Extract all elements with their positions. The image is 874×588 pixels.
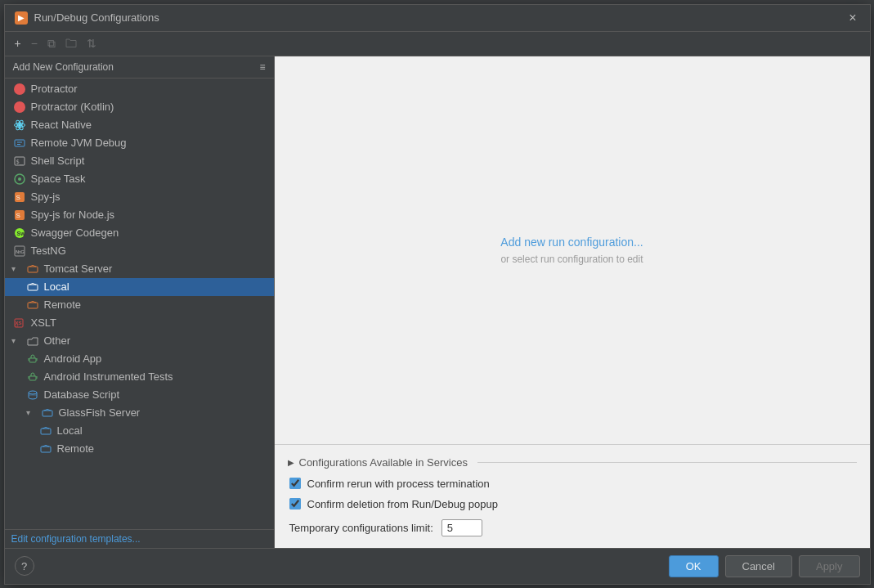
toolbar: + − ⧉ ⇅	[5, 32, 870, 56]
expand-icon: ▾	[11, 336, 21, 345]
item-label: Local	[57, 424, 83, 437]
list-item[interactable]: Space Task	[5, 170, 274, 188]
item-label: Shell Script	[31, 155, 85, 167]
rerun-checkbox[interactable]	[289, 478, 301, 489]
sidebar-header: Add New Configuration ≡	[5, 56, 274, 79]
tomcat-icon	[26, 263, 39, 276]
ok-button[interactable]: OK	[669, 555, 719, 577]
space-task-icon	[13, 173, 26, 186]
list-item[interactable]: S Spy-js	[5, 188, 274, 206]
item-label: Swagger Codegen	[31, 227, 119, 239]
list-item[interactable]: Remote JVM Debug	[5, 134, 274, 152]
other-icon	[26, 334, 39, 348]
react-native-icon	[13, 119, 26, 132]
list-item[interactable]: React Native	[5, 116, 274, 134]
svg-text:LT: LT	[15, 324, 19, 328]
svg-rect-31	[43, 411, 52, 416]
sidebar: Add New Configuration ≡ Protractor Protr…	[5, 56, 275, 548]
item-label: Database Script	[44, 388, 120, 401]
list-item[interactable]: Sw Swagger Codegen	[5, 224, 274, 242]
svg-text:$_: $_	[16, 159, 23, 165]
item-label: Protractor	[31, 83, 78, 95]
protractor-kotlin-icon	[13, 101, 26, 114]
item-label: Tomcat Server	[44, 263, 113, 275]
shell-script-icon: $_	[13, 155, 26, 168]
tomcat-remote-icon	[26, 298, 39, 312]
list-item[interactable]: S Spy-js for Node.js	[5, 206, 274, 224]
glassfish-server-item[interactable]: ▾ GlassFish Server	[5, 404, 274, 422]
list-item[interactable]: NtG TestNG	[5, 242, 274, 260]
configurations-label: Configurations Available in Services	[299, 456, 468, 469]
item-label: Remote JVM Debug	[31, 137, 127, 149]
android-instrumented-item[interactable]: Android Instrumented Tests	[5, 368, 274, 386]
svg-rect-19	[28, 267, 38, 272]
deletion-checkbox[interactable]	[289, 498, 301, 509]
glassfish-local-item[interactable]: Local	[5, 422, 274, 440]
list-item[interactable]: Protractor	[5, 80, 274, 98]
item-label: XSLT	[31, 316, 57, 329]
xslt-icon: XSLT	[13, 316, 26, 330]
svg-rect-20	[28, 285, 38, 290]
tomcat-remote-item[interactable]: Remote	[5, 296, 274, 314]
swagger-icon: Sw	[13, 227, 26, 240]
help-button[interactable]: ?	[15, 556, 34, 576]
center-message: Add new run configuration... or select r…	[275, 56, 870, 444]
limit-row: Temporary configurations limit:	[288, 514, 857, 538]
rerun-label: Confirm rerun with process termination	[307, 478, 490, 490]
right-panel-content: Add new run configuration... or select r…	[275, 56, 870, 548]
copy-config-button[interactable]: ⧉	[44, 35, 59, 52]
item-label: Local	[44, 281, 69, 293]
item-label: Other	[44, 334, 71, 347]
tomcat-server-item[interactable]: ▾ Tomcat Server	[5, 260, 274, 278]
android-app-icon	[26, 352, 39, 366]
item-label: Spy-js	[31, 191, 61, 203]
xslt-item[interactable]: XSLT XSLT	[5, 314, 274, 332]
config-tree: Protractor Protractor (Kotlin) React Nat…	[5, 79, 274, 529]
item-label: React Native	[31, 119, 92, 131]
footer-buttons: OK Cancel Apply	[669, 555, 860, 577]
list-item[interactable]: $_ Shell Script	[5, 152, 274, 170]
svg-text:NtG: NtG	[16, 249, 25, 254]
glassfish-remote-item[interactable]: Remote	[5, 440, 274, 458]
other-item[interactable]: ▾ Other	[5, 332, 274, 350]
svg-text:S: S	[16, 194, 20, 201]
remote-jvm-icon	[13, 137, 26, 150]
item-label: Remote	[57, 442, 95, 455]
tomcat-local-item[interactable]: Local	[5, 278, 274, 296]
apply-button[interactable]: Apply	[799, 555, 860, 577]
android-instrumented-icon	[26, 370, 39, 384]
expand-icon: ▾	[26, 408, 36, 417]
glassfish-icon	[41, 406, 54, 420]
item-label: Android Instrumented Tests	[44, 370, 173, 383]
folder-button[interactable]	[62, 35, 80, 52]
configurations-section-header[interactable]: ▶ Configurations Available in Services	[288, 451, 857, 474]
database-script-item[interactable]: Database Script	[5, 386, 274, 404]
collapse-arrow-icon: ▶	[288, 458, 294, 467]
limit-input[interactable]	[441, 519, 482, 536]
run-debug-dialog: ▶ Run/Debug Configurations × + − ⧉ ⇅ Add…	[4, 4, 871, 585]
edit-templates-link[interactable]: Edit configuration templates...	[5, 529, 274, 548]
title-bar-left: ▶ Run/Debug Configurations	[15, 11, 159, 25]
glassfish-remote-icon	[39, 442, 52, 456]
sidebar-sort-button[interactable]: ≡	[259, 61, 265, 73]
close-button[interactable]: ×	[845, 11, 859, 25]
item-label: TestNG	[31, 245, 66, 257]
rerun-checkbox-row: Confirm rerun with process termination	[288, 474, 857, 494]
svg-text:S: S	[16, 212, 20, 219]
tomcat-local-icon	[26, 281, 39, 294]
or-text: or select run configuration to edit	[500, 254, 643, 265]
add-config-link[interactable]: Add new run configuration...	[500, 236, 643, 249]
bottom-panel: ▶ Configurations Available in Services C…	[275, 444, 870, 548]
list-item[interactable]: Protractor (Kotlin)	[5, 98, 274, 116]
deletion-checkbox-row: Confirm deletion from Run/Debug popup	[288, 494, 857, 514]
spy-js-node-icon: S	[13, 209, 26, 222]
item-label: Protractor (Kotlin)	[31, 101, 114, 113]
deletion-label: Confirm deletion from Run/Debug popup	[307, 498, 498, 510]
cancel-button[interactable]: Cancel	[725, 555, 792, 577]
right-panel: Add new run configuration... or select r…	[275, 56, 870, 548]
add-config-button[interactable]: +	[11, 35, 25, 52]
remove-config-button[interactable]: −	[28, 35, 41, 52]
sort-button[interactable]: ⇅	[83, 35, 100, 52]
android-app-item[interactable]: Android App	[5, 350, 274, 368]
svg-rect-33	[41, 447, 51, 452]
